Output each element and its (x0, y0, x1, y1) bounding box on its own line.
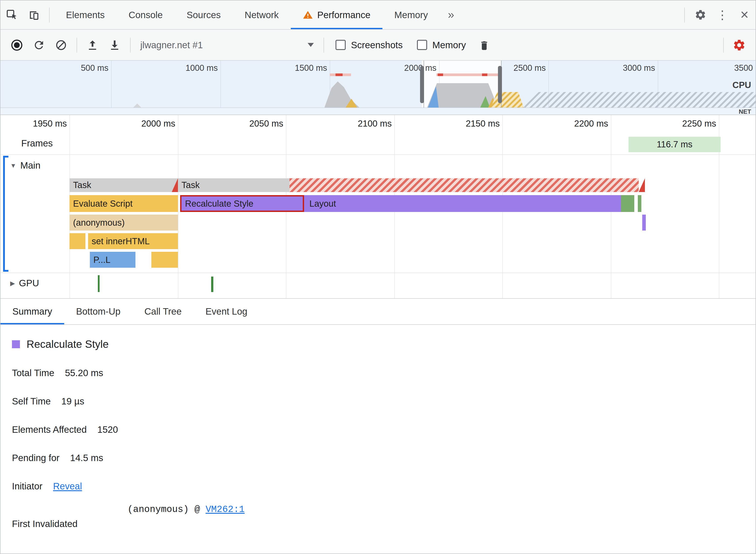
stack-trace: (anonymous) @ VM262:1 (127, 504, 245, 515)
source-location-link[interactable]: VM262:1 (206, 504, 245, 515)
profile-select[interactable]: jlwagner.net #1 (135, 40, 319, 50)
network-lane: NET (0, 108, 756, 115)
row-label: Initiator (12, 481, 43, 491)
event-title: Recalculate Style (26, 338, 109, 350)
gpu-track-toggle[interactable]: ▶ GPU (10, 278, 39, 288)
ruler-label: 2250 ms (654, 119, 716, 129)
tab-console[interactable]: Console (117, 0, 175, 29)
trash-icon[interactable] (473, 30, 495, 60)
timeline-detail[interactable]: 1950 ms 2000 ms 2050 ms 2100 ms 2150 ms … (0, 115, 756, 298)
divider (76, 37, 77, 52)
devtools-tab-bar: Elements Console Sources Network Perform… (0, 0, 756, 30)
tab-sources[interactable]: Sources (175, 0, 232, 29)
inspect-element-icon[interactable] (0, 0, 22, 29)
long-task-marker (438, 73, 443, 76)
ruler-label: 2150 ms (438, 119, 500, 129)
chevron-collapsed-icon: ▶ (10, 280, 15, 287)
main-track-bracket (3, 156, 8, 272)
ruler-label: 2050 ms (221, 119, 283, 129)
row-value: 55.20 ms (65, 368, 103, 378)
summary-row: Self Time 19 µs (12, 395, 756, 407)
tab-bottom-up[interactable]: Bottom-Up (64, 299, 132, 324)
tab-elements[interactable]: Elements (54, 0, 117, 29)
reveal-link[interactable]: Reveal (53, 481, 82, 491)
row-label: Total Time (12, 368, 54, 378)
main-track-toggle[interactable]: ▼ Main (10, 160, 41, 171)
tab-call-tree[interactable]: Call Tree (132, 299, 194, 324)
flame-bar-long-task[interactable]: Task (178, 178, 645, 192)
summary-row: Pending for 14.5 ms (12, 452, 756, 464)
device-toolbar-icon[interactable] (22, 0, 45, 29)
overview-handle-left[interactable] (420, 66, 424, 103)
frames-track: Frames 116.7 ms (0, 133, 756, 155)
details-tab-bar: Summary Bottom-Up Call Tree Event Log (0, 298, 756, 325)
capture-settings-gear-icon[interactable] (728, 30, 750, 60)
cpu-lane-label: CPU (733, 80, 751, 90)
load-profile-icon[interactable] (82, 30, 104, 60)
gpu-track (0, 273, 756, 298)
tab-memory[interactable]: Memory (382, 0, 440, 29)
flame-bar-script-small[interactable] (69, 233, 86, 249)
flame-bar-task[interactable]: Task (69, 178, 178, 192)
long-task-corner-icon (172, 178, 178, 192)
flame-bar-anonymous[interactable]: (anonymous) (69, 215, 178, 230)
devtools-window: Elements Console Sources Network Perform… (0, 0, 756, 554)
long-task-marker (482, 73, 487, 76)
long-task-marker (436, 73, 498, 76)
divider (49, 7, 50, 22)
close-icon[interactable]: × (734, 0, 756, 29)
ruler-label: 1950 ms (5, 119, 67, 129)
flame-bar-script-small[interactable] (151, 252, 178, 268)
checkbox-icon (417, 40, 427, 50)
tab-summary[interactable]: Summary (0, 299, 64, 324)
divider (723, 37, 724, 52)
divider (324, 37, 324, 52)
more-tabs-button[interactable]: » (440, 0, 462, 29)
row-value: 19 µs (61, 396, 84, 406)
row-label: First Invalidated (12, 518, 77, 529)
gpu-activity-mark (98, 275, 100, 292)
chevron-expanded-icon: ▼ (10, 162, 16, 169)
row-label: Elements Affected (12, 424, 87, 435)
tab-performance[interactable]: Performance (290, 0, 382, 29)
row-value: 1520 (97, 424, 118, 435)
kebab-menu-icon[interactable]: ⋮ (711, 0, 734, 29)
chevron-down-icon (308, 43, 314, 47)
long-task-stripes (289, 178, 639, 192)
net-lane-label: NET (739, 108, 751, 115)
long-task-corner-icon (639, 178, 645, 192)
row-label: Self Time (12, 396, 51, 406)
record-button[interactable] (6, 30, 28, 60)
frames-track-label: Frames (21, 138, 53, 149)
flame-bar-style-small[interactable] (642, 215, 646, 230)
cpu-activity-chart (0, 61, 756, 108)
performance-toolbar: jlwagner.net #1 Screenshots Memory (0, 30, 756, 61)
flame-bar-parse[interactable]: P...L (90, 252, 136, 268)
overview-handle-right[interactable] (498, 66, 502, 103)
event-legend: Recalculate Style (12, 338, 756, 350)
settings-gear-icon[interactable] (689, 0, 711, 29)
ruler-label: 2200 ms (546, 119, 608, 129)
ruler-label: 2000 ms (113, 119, 175, 129)
summary-row: Elements Affected 1520 (12, 424, 756, 435)
frame-duration-chip[interactable]: 116.7 ms (629, 137, 720, 152)
flame-bar-recalculate-style[interactable]: Recalculate Style (180, 195, 304, 212)
tab-network[interactable]: Network (232, 0, 290, 29)
summary-pane: Recalculate Style Total Time 55.20 ms Se… (0, 325, 756, 554)
clear-recording-icon[interactable] (50, 30, 72, 60)
tab-event-log[interactable]: Event Log (194, 299, 259, 324)
flame-bar-layout[interactable]: Layout (304, 195, 621, 212)
reload-and-record-button[interactable] (28, 30, 50, 60)
flame-bar-evaluate-script[interactable]: Evaluate Script (69, 195, 178, 212)
memory-checkbox[interactable]: Memory (417, 40, 466, 50)
checkbox-icon (335, 40, 346, 50)
save-profile-icon[interactable] (104, 30, 126, 60)
timeline-overview[interactable]: 500 ms 1000 ms 1500 ms 2000 ms 2500 ms 3… (0, 61, 756, 115)
flame-bar-paint[interactable] (621, 195, 634, 212)
screenshots-checkbox[interactable]: Screenshots (335, 40, 402, 50)
long-task-marker (335, 73, 342, 76)
flame-bar-paint-small[interactable] (638, 195, 641, 212)
flame-bar-set-innerhtml[interactable]: set innerHTML (88, 233, 178, 249)
ruler-label: 2100 ms (330, 119, 392, 129)
divider (130, 37, 130, 52)
